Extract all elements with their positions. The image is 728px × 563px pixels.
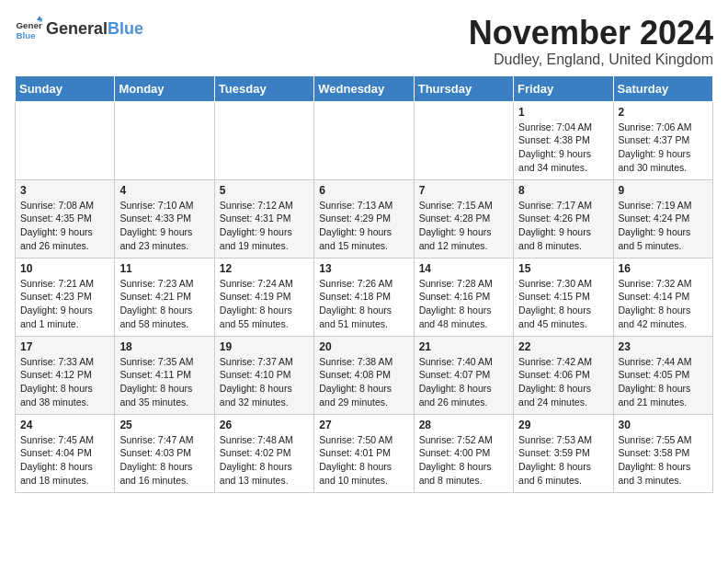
- logo-text-blue: Blue: [108, 19, 143, 39]
- calendar-cell: 24Sunrise: 7:45 AM Sunset: 4:04 PM Dayli…: [16, 414, 115, 492]
- day-info: Sunrise: 7:08 AM Sunset: 4:35 PM Dayligh…: [20, 199, 109, 253]
- day-info: Sunrise: 7:13 AM Sunset: 4:29 PM Dayligh…: [319, 199, 408, 253]
- calendar-week-row: 10Sunrise: 7:21 AM Sunset: 4:23 PM Dayli…: [16, 258, 713, 336]
- day-info: Sunrise: 7:15 AM Sunset: 4:28 PM Dayligh…: [419, 199, 508, 253]
- day-number: 11: [119, 262, 209, 275]
- calendar-cell: 26Sunrise: 7:48 AM Sunset: 4:02 PM Dayli…: [214, 414, 313, 492]
- day-info: Sunrise: 7:53 AM Sunset: 3:59 PM Dayligh…: [518, 433, 608, 488]
- calendar-cell: 30Sunrise: 7:55 AM Sunset: 3:58 PM Dayli…: [613, 414, 712, 492]
- day-info: Sunrise: 7:06 AM Sunset: 4:37 PM Dayligh…: [619, 121, 708, 175]
- calendar-cell: 12Sunrise: 7:24 AM Sunset: 4:19 PM Dayli…: [214, 258, 313, 336]
- calendar-cell: 25Sunrise: 7:47 AM Sunset: 4:03 PM Dayli…: [115, 414, 214, 492]
- calendar-week-row: 24Sunrise: 7:45 AM Sunset: 4:04 PM Dayli…: [16, 414, 713, 492]
- calendar-cell: 6Sunrise: 7:13 AM Sunset: 4:29 PM Daylig…: [314, 179, 414, 258]
- calendar-body: 1Sunrise: 7:04 AM Sunset: 4:38 PM Daylig…: [16, 101, 713, 492]
- day-number: 20: [319, 340, 408, 353]
- day-number: 23: [619, 340, 708, 353]
- day-info: Sunrise: 7:17 AM Sunset: 4:26 PM Dayligh…: [518, 199, 608, 253]
- calendar-cell: 14Sunrise: 7:28 AM Sunset: 4:16 PM Dayli…: [414, 258, 513, 336]
- day-number: 7: [419, 184, 508, 197]
- calendar-header-cell: Wednesday: [314, 75, 414, 101]
- calendar-cell: 8Sunrise: 7:17 AM Sunset: 4:26 PM Daylig…: [514, 179, 613, 258]
- calendar-cell: 17Sunrise: 7:33 AM Sunset: 4:12 PM Dayli…: [16, 336, 115, 414]
- calendar-header-cell: Sunday: [16, 75, 115, 101]
- day-number: 12: [220, 262, 309, 275]
- calendar-cell: 3Sunrise: 7:08 AM Sunset: 4:35 PM Daylig…: [16, 179, 115, 258]
- calendar-week-row: 1Sunrise: 7:04 AM Sunset: 4:38 PM Daylig…: [16, 101, 713, 179]
- location-title: Dudley, England, United Kingdom: [469, 52, 713, 68]
- day-info: Sunrise: 7:04 AM Sunset: 4:38 PM Dayligh…: [518, 121, 608, 175]
- day-info: Sunrise: 7:45 AM Sunset: 4:04 PM Dayligh…: [20, 433, 109, 488]
- calendar-cell: [16, 101, 115, 179]
- day-number: 3: [20, 184, 109, 197]
- calendar-cell: 10Sunrise: 7:21 AM Sunset: 4:23 PM Dayli…: [16, 258, 115, 336]
- day-info: Sunrise: 7:48 AM Sunset: 4:02 PM Dayligh…: [220, 433, 309, 488]
- day-number: 13: [319, 262, 408, 275]
- calendar-cell: 27Sunrise: 7:50 AM Sunset: 4:01 PM Dayli…: [314, 414, 414, 492]
- day-info: Sunrise: 7:55 AM Sunset: 3:58 PM Dayligh…: [619, 433, 708, 488]
- calendar-cell: 28Sunrise: 7:52 AM Sunset: 4:00 PM Dayli…: [414, 414, 513, 492]
- calendar-cell: 7Sunrise: 7:15 AM Sunset: 4:28 PM Daylig…: [414, 179, 513, 258]
- calendar-cell: 29Sunrise: 7:53 AM Sunset: 3:59 PM Dayli…: [514, 414, 613, 492]
- day-number: 28: [419, 419, 508, 431]
- calendar-cell: 21Sunrise: 7:40 AM Sunset: 4:07 PM Dayli…: [414, 336, 513, 414]
- calendar-cell: 4Sunrise: 7:10 AM Sunset: 4:33 PM Daylig…: [115, 179, 214, 258]
- calendar-cell: [214, 101, 313, 179]
- day-info: Sunrise: 7:23 AM Sunset: 4:21 PM Dayligh…: [119, 277, 209, 331]
- day-number: 4: [119, 184, 209, 197]
- calendar-cell: 19Sunrise: 7:37 AM Sunset: 4:10 PM Dayli…: [214, 336, 313, 414]
- calendar-cell: 5Sunrise: 7:12 AM Sunset: 4:31 PM Daylig…: [214, 179, 313, 258]
- day-info: Sunrise: 7:47 AM Sunset: 4:03 PM Dayligh…: [119, 433, 209, 488]
- svg-text:General: General: [17, 20, 43, 30]
- day-number: 25: [119, 419, 209, 431]
- day-number: 21: [419, 340, 508, 353]
- calendar-cell: 2Sunrise: 7:06 AM Sunset: 4:37 PM Daylig…: [613, 101, 712, 179]
- day-info: Sunrise: 7:42 AM Sunset: 4:06 PM Dayligh…: [518, 355, 608, 409]
- calendar-cell: 13Sunrise: 7:26 AM Sunset: 4:18 PM Dayli…: [314, 258, 414, 336]
- calendar-week-row: 17Sunrise: 7:33 AM Sunset: 4:12 PM Dayli…: [16, 336, 713, 414]
- calendar-week-row: 3Sunrise: 7:08 AM Sunset: 4:35 PM Daylig…: [16, 179, 713, 258]
- title-block: November 2024 Dudley, England, United Ki…: [469, 15, 713, 68]
- day-number: 14: [419, 262, 508, 275]
- day-info: Sunrise: 7:32 AM Sunset: 4:14 PM Dayligh…: [619, 277, 708, 331]
- day-number: 15: [518, 262, 608, 275]
- day-info: Sunrise: 7:10 AM Sunset: 4:33 PM Dayligh…: [119, 199, 209, 253]
- calendar-cell: 22Sunrise: 7:42 AM Sunset: 4:06 PM Dayli…: [514, 336, 613, 414]
- calendar-cell: [314, 101, 414, 179]
- calendar-header-cell: Monday: [115, 75, 214, 101]
- day-number: 18: [119, 340, 209, 353]
- day-info: Sunrise: 7:33 AM Sunset: 4:12 PM Dayligh…: [20, 355, 109, 409]
- calendar-cell: 15Sunrise: 7:30 AM Sunset: 4:15 PM Dayli…: [514, 258, 613, 336]
- day-number: 19: [220, 340, 309, 353]
- day-number: 9: [619, 184, 708, 197]
- day-info: Sunrise: 7:12 AM Sunset: 4:31 PM Dayligh…: [220, 199, 309, 253]
- day-number: 5: [220, 184, 309, 197]
- logo: General Blue GeneralBlue: [15, 15, 143, 42]
- day-info: Sunrise: 7:26 AM Sunset: 4:18 PM Dayligh…: [319, 277, 408, 331]
- day-number: 29: [518, 419, 608, 431]
- day-info: Sunrise: 7:19 AM Sunset: 4:24 PM Dayligh…: [619, 199, 708, 253]
- day-info: Sunrise: 7:21 AM Sunset: 4:23 PM Dayligh…: [20, 277, 109, 331]
- calendar-table: SundayMondayTuesdayWednesdayThursdayFrid…: [15, 75, 713, 493]
- calendar-cell: 23Sunrise: 7:44 AM Sunset: 4:05 PM Dayli…: [613, 336, 712, 414]
- day-info: Sunrise: 7:37 AM Sunset: 4:10 PM Dayligh…: [220, 355, 309, 409]
- day-number: 16: [619, 262, 708, 275]
- day-number: 10: [20, 262, 109, 275]
- calendar-header-cell: Thursday: [414, 75, 513, 101]
- calendar-header-cell: Tuesday: [214, 75, 313, 101]
- day-info: Sunrise: 7:30 AM Sunset: 4:15 PM Dayligh…: [518, 277, 608, 331]
- day-number: 1: [518, 106, 608, 119]
- day-info: Sunrise: 7:52 AM Sunset: 4:00 PM Dayligh…: [419, 433, 508, 488]
- month-title: November 2024: [469, 15, 713, 52]
- day-info: Sunrise: 7:50 AM Sunset: 4:01 PM Dayligh…: [319, 433, 408, 488]
- calendar-cell: [115, 101, 214, 179]
- svg-text:Blue: Blue: [17, 30, 37, 40]
- day-number: 24: [20, 419, 109, 431]
- day-info: Sunrise: 7:35 AM Sunset: 4:11 PM Dayligh…: [119, 355, 209, 409]
- day-number: 26: [220, 419, 309, 431]
- header: General Blue GeneralBlue November 2024 D…: [15, 15, 713, 68]
- day-number: 27: [319, 419, 408, 431]
- day-number: 2: [619, 106, 708, 119]
- day-info: Sunrise: 7:44 AM Sunset: 4:05 PM Dayligh…: [619, 355, 708, 409]
- calendar-header-cell: Saturday: [613, 75, 712, 101]
